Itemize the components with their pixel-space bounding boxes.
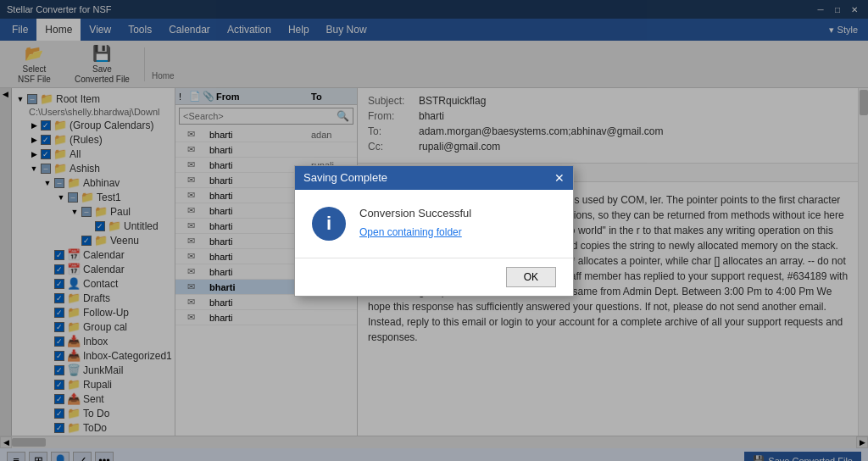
modal-footer: OK xyxy=(295,258,573,296)
modal-title: Saving Complete xyxy=(303,171,387,184)
modal-info-icon: i xyxy=(312,207,346,241)
modal-title-bar: Saving Complete ✕ xyxy=(295,166,573,190)
open-folder-link[interactable]: Open containing folder xyxy=(359,226,556,238)
modal-overlay: Saving Complete ✕ i Conversion Successfu… xyxy=(0,0,868,461)
modal-body: i Conversion Successful Open containing … xyxy=(295,190,573,258)
modal-success-text: Conversion Successful xyxy=(359,207,556,219)
modal-content: Conversion Successful Open containing fo… xyxy=(359,207,556,238)
modal-close-button[interactable]: ✕ xyxy=(554,171,565,185)
saving-complete-dialog: Saving Complete ✕ i Conversion Successfu… xyxy=(294,165,574,297)
modal-ok-button[interactable]: OK xyxy=(506,267,556,287)
